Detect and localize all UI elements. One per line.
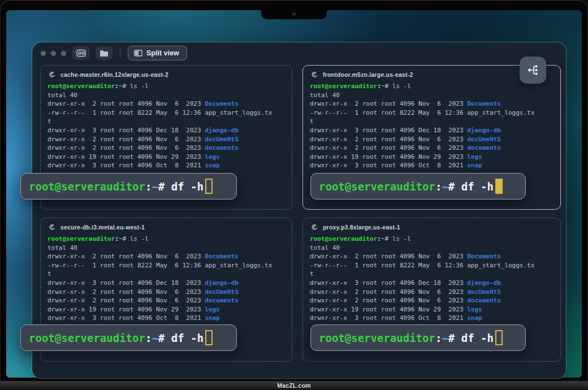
- laptop-mockup: Split view cache-master.r6in.12xlarge.us…: [0, 0, 588, 390]
- terminal-line: t: [310, 117, 554, 126]
- terminal-line: drwxr-xr-x 2 root root 4096 Nov 6 2023 d…: [47, 288, 285, 297]
- sftp-button[interactable]: [96, 46, 113, 60]
- terminal-line: drwxr-xr-x 3 root root 4096 Dec 18 2023 …: [310, 126, 554, 135]
- terminal-line: drwxr-xr-x 3 root root 4096 Oct 8 2021 s…: [47, 161, 285, 170]
- terminal-line: drwxr-xr-x 2 root root 4096 Nov 6 2023 d…: [47, 144, 285, 153]
- pane-title: proxy.p3.8xlarge.us-east-1: [323, 224, 400, 231]
- split-view-button[interactable]: Split view: [128, 46, 187, 60]
- terminal-line: drwxr-xr-x 2 root root 4096 Nov 6 2023 D…: [47, 252, 285, 261]
- terminal-line: total 40: [310, 244, 554, 253]
- terminal-line: drwxr-xr-x 2 root root 4096 Nov 6 2023 d…: [310, 296, 554, 305]
- terminal-line: drwxr-xr-x 19 root root 4096 Nov 29 2023…: [310, 153, 554, 162]
- webcam-icon: [292, 12, 296, 16]
- hosts-button[interactable]: [72, 46, 89, 60]
- terminal-line: drwxr-xr-x 2 root root 4096 Nov 6 2023 d…: [47, 296, 285, 305]
- traffic-light-close-icon[interactable]: [41, 51, 46, 56]
- split-view-label: Split view: [146, 49, 179, 57]
- terminal-line: total 40: [47, 91, 285, 100]
- debian-swirl-icon: [48, 71, 55, 78]
- prompt-overlay-cache-master[interactable]: root@serverauditor:~# df -h: [20, 173, 237, 200]
- terminal-line: root@serverauditor:~# ls -l: [47, 235, 285, 244]
- laptop-chin: MacZL.com: [0, 381, 588, 390]
- terminal-line: -rw-r--r-- 1 root root 8222 May 6 12:36 …: [310, 261, 554, 270]
- terminal-cursor: [495, 179, 503, 194]
- terminal-line: t: [310, 270, 554, 279]
- terminal-line: -rw-r--r-- 1 root root 8222 May 6 12:36 …: [310, 109, 554, 118]
- terminal-line: drwxr-xr-x 3 root root 4096 Oct 8 2021 s…: [310, 314, 554, 323]
- prompt-colon: :: [435, 332, 442, 344]
- prompt-command: # df -h: [158, 332, 204, 344]
- terminal-line: drwxr-xr-x 2 root root 4096 Nov 6 2023 D…: [310, 252, 554, 261]
- folder-icon: [100, 50, 109, 57]
- terminal-line: -rw-r--r-- 1 root root 8222 May 6 12:36 …: [47, 261, 285, 270]
- prompt-overlay-proxy[interactable]: root@serverauditor:~# df -h: [310, 324, 526, 351]
- terminal-output[interactable]: root@serverauditor:~# ls -ltotal 40drwxr…: [303, 80, 560, 172]
- split-view-icon: [134, 50, 142, 57]
- pane-header: secure-db.i3.metal.eu-west-1: [41, 218, 292, 233]
- prompt-tilde: ~: [152, 180, 158, 193]
- terminal-output[interactable]: root@serverauditor:~# ls -ltotal 40drwxr…: [41, 233, 292, 324]
- terminal-line: drwxr-xr-x 19 root root 4096 Nov 29 2023…: [310, 305, 554, 314]
- pane-title: cache-master.r6in.12xlarge.us-east-2: [60, 71, 168, 78]
- terminal-line: drwxr-xr-x 2 root root 4096 Nov 6 2023 D…: [47, 99, 285, 109]
- prompt-command: # df -h: [448, 180, 494, 193]
- terminal-output[interactable]: root@serverauditor:~# ls -ltotal 40drwxr…: [303, 233, 560, 324]
- prompt-user: root@serverauditor: [29, 332, 145, 344]
- window-titlebar: Split view: [32, 42, 566, 64]
- laptop-notch: [261, 10, 327, 19]
- terminal-cursor: [205, 179, 213, 194]
- broadcast-network-icon: [526, 63, 540, 77]
- prompt-colon: :: [145, 180, 152, 193]
- pane-title: secure-db.i3.metal.eu-west-1: [60, 224, 145, 231]
- terminal-line: root@serverauditor:~# ls -l: [310, 82, 554, 91]
- terminal-line: total 40: [310, 91, 554, 100]
- pane-header: cache-master.r6in.12xlarge.us-east-2: [41, 66, 292, 80]
- terminal-line: drwxr-xr-x 3 root root 4096 Dec 18 2023 …: [310, 279, 554, 288]
- prompt-tilde: ~: [442, 332, 448, 344]
- prompt-overlay-secure-db[interactable]: root@serverauditor:~# df -h: [20, 324, 237, 351]
- prompt-overlay-frontdoor[interactable]: root@serverauditor:~# df -h: [310, 173, 526, 200]
- terminal-line: drwxr-xr-x 2 root root 4096 Nov 6 2023 d…: [310, 288, 554, 297]
- prompt-user: root@serverauditor: [29, 180, 145, 193]
- host-card-icon: [76, 49, 86, 57]
- terminal-line: drwxr-xr-x 19 root root 4096 Nov 29 2023…: [47, 153, 285, 162]
- traffic-light-zoom-icon[interactable]: [61, 51, 66, 56]
- prompt-colon: :: [435, 180, 442, 193]
- terminal-line: -rw-r--r-- 1 root root 8222 May 6 12:36 …: [47, 109, 285, 118]
- desktop-wallpaper: Split view cache-master.r6in.12xlarge.us…: [6, 10, 582, 378]
- prompt-user: root@serverauditor: [319, 180, 435, 193]
- brand-label: MacZL.com: [277, 382, 311, 389]
- terminal-line: drwxr-xr-x 2 root root 4096 Nov 6 2023 d…: [310, 144, 554, 153]
- broadcast-input-button[interactable]: [520, 57, 546, 84]
- terminal-line: t: [47, 270, 285, 279]
- terminal-cursor: [205, 330, 213, 345]
- terminal-output[interactable]: root@serverauditor:~# ls -ltotal 40drwxr…: [41, 80, 292, 172]
- terminal-line: total 40: [47, 244, 285, 253]
- pane-title: frontdoor.m5zn.large.us-east-2: [323, 71, 413, 78]
- terminal-line: root@serverauditor:~# ls -l: [47, 82, 285, 91]
- terminal-line: drwxr-xr-x 3 root root 4096 Oct 8 2021 s…: [310, 161, 554, 170]
- prompt-colon: :: [145, 332, 152, 344]
- terminal-line: drwxr-xr-x 19 root root 4096 Nov 29 2023…: [47, 305, 285, 314]
- debian-swirl-icon: [310, 223, 318, 231]
- pane-header: proxy.p3.8xlarge.us-east-1: [303, 218, 560, 233]
- terminal-line: drwxr-xr-x 3 root root 4096 Dec 18 2023 …: [47, 126, 285, 135]
- debian-swirl-icon: [48, 223, 55, 231]
- prompt-tilde: ~: [442, 180, 448, 193]
- terminal-line: drwxr-xr-x 2 root root 4096 Nov 6 2023 d…: [310, 135, 554, 144]
- prompt-tilde: ~: [152, 332, 158, 344]
- terminal-line: t: [47, 117, 285, 126]
- terminal-line: root@serverauditor:~# ls -l: [310, 235, 554, 244]
- traffic-light-minimize-icon[interactable]: [51, 51, 56, 56]
- prompt-command: # df -h: [448, 332, 494, 344]
- terminal-cursor: [495, 330, 503, 345]
- debian-swirl-icon: [310, 71, 318, 78]
- terminal-line: drwxr-xr-x 3 root root 4096 Oct 8 2021 s…: [47, 314, 285, 323]
- prompt-user: root@serverauditor: [319, 332, 435, 344]
- terminal-line: drwxr-xr-x 2 root root 4096 Nov 6 2023 d…: [47, 135, 285, 144]
- prompt-command: # df -h: [158, 180, 204, 193]
- toolbar-divider: [120, 49, 120, 58]
- terminal-line: drwxr-xr-x 3 root root 4096 Dec 18 2023 …: [47, 279, 285, 288]
- terminal-line: drwxr-xr-x 2 root root 4096 Nov 6 2023 D…: [310, 99, 554, 109]
